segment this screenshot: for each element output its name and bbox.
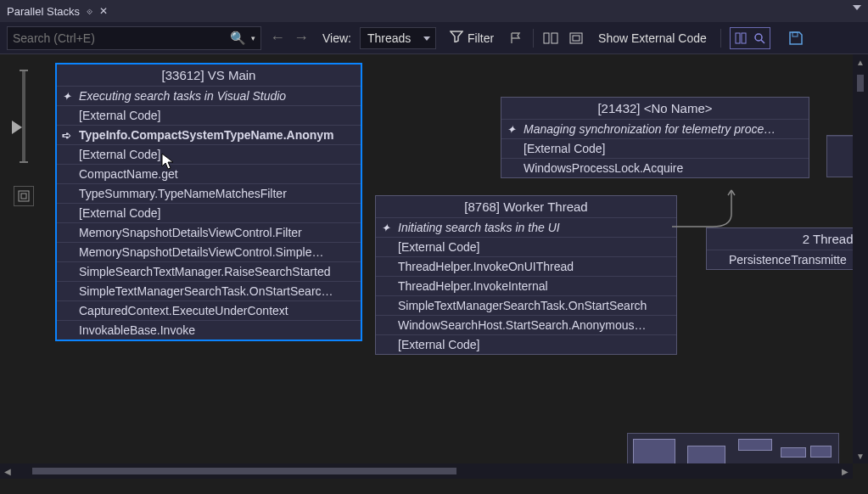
scroll-right-icon[interactable]: ▶ xyxy=(837,463,853,479)
stack-frame[interactable]: ✦Managing synchronization for telemetry … xyxy=(501,119,809,138)
autoexpand-icon[interactable] xyxy=(568,30,585,47)
stack-frame[interactable]: WindowSearchHost.StartSearch.Anonymous… xyxy=(376,315,676,334)
window-title: Parallel Stacks xyxy=(7,5,80,18)
stack-frame-text: WindowsProcessLock.Acquire xyxy=(524,161,683,175)
stack-frame[interactable]: ThreadHelper.InvokeOnUIThread xyxy=(376,256,676,276)
minimap-box xyxy=(810,446,832,458)
filter-label: Filter xyxy=(468,31,494,45)
stack-frame[interactable]: InvokableBase.Invoke xyxy=(57,320,361,340)
scroll-thumb[interactable] xyxy=(857,75,864,92)
stack-frame-text: WindowSearchHost.StartSearch.Anonymous… xyxy=(398,318,647,332)
svg-rect-4 xyxy=(736,33,740,43)
show-external-label: Show External Code xyxy=(598,31,707,45)
stack-mode-icon[interactable] xyxy=(732,30,749,47)
svg-rect-3 xyxy=(573,36,580,41)
scroll-track[interactable] xyxy=(15,467,837,475)
stack-frame-text: [External Code] xyxy=(79,109,161,122)
stack-frame[interactable]: ThreadHelper.InvokeInternal xyxy=(376,276,676,295)
toolbar: 🔍 ▾ ← → View: Threads Filter Show Extern… xyxy=(0,22,868,54)
show-external-button[interactable]: Show External Code xyxy=(593,29,712,48)
stack-frame[interactable]: MemorySnapshotDetailsViewControl.Simple… xyxy=(57,242,361,261)
vertical-scrollbar[interactable]: ▲ ▼ xyxy=(853,54,868,463)
stack-frame-text: InvokableBase.Invoke xyxy=(79,323,195,337)
stack-frame-text: CapturedContext.ExecuteUnderContext xyxy=(79,304,288,317)
zoom-slider[interactable] xyxy=(22,70,25,163)
stack-frame[interactable]: [External Code] xyxy=(376,237,676,256)
minimap-box xyxy=(781,447,806,458)
stack-frame-text: CompactName.get xyxy=(79,167,178,181)
svg-rect-1 xyxy=(552,33,557,43)
scroll-down-icon[interactable]: ▼ xyxy=(853,448,868,463)
svg-rect-2 xyxy=(570,33,582,43)
stack-frame-text: [External Code] xyxy=(398,338,480,351)
window-menu-icon[interactable] xyxy=(853,5,861,10)
stack-frame[interactable]: PersistenceTransmitte xyxy=(707,250,866,269)
horizontal-scrollbar[interactable]: ◀ ▶ xyxy=(0,463,853,479)
svg-rect-9 xyxy=(21,194,26,199)
stack-frame[interactable]: ✦Initiating search tasks in the UI xyxy=(376,217,676,237)
sparkle-icon: ✦ xyxy=(62,90,71,103)
scroll-up-icon[interactable]: ▲ xyxy=(853,54,868,70)
stack-frame[interactable]: SimpleSearchTextManager.RaiseSearchStart… xyxy=(57,261,361,281)
stack-frame[interactable]: SimpleTextManagerSearchTask.OnStartSearc… xyxy=(57,281,361,300)
stack-frame[interactable]: [External Code] xyxy=(57,105,361,125)
search-input[interactable] xyxy=(13,31,227,45)
stack-frame-text: MemorySnapshotDetailsViewControl.Filter xyxy=(79,226,302,239)
view-dropdown[interactable]: Threads xyxy=(360,27,436,49)
connector-line xyxy=(670,188,747,239)
view-label: View: xyxy=(322,31,351,45)
stack-panel-vs-main[interactable]: [33612] VS Main ✦Executing search tasks … xyxy=(55,63,362,341)
sparkle-icon: ✦ xyxy=(832,140,842,142)
stack-frame-text: TypeInfo.CompactSystemTypeName.Anonym xyxy=(79,128,334,142)
view-mode-group xyxy=(730,27,770,49)
search-mode-icon[interactable] xyxy=(751,30,768,47)
stack-frame[interactable]: CapturedContext.ExecuteUnderContext xyxy=(57,300,361,320)
minimap-box xyxy=(738,439,772,451)
stack-frame[interactable]: WindowsProcessLock.Acquire xyxy=(501,158,809,177)
svg-point-6 xyxy=(755,34,762,41)
zoom-fit-button[interactable] xyxy=(14,186,34,206)
scroll-track[interactable] xyxy=(856,70,865,448)
zoom-slider-thumb[interactable] xyxy=(12,121,22,134)
filter-button[interactable]: Filter xyxy=(445,28,499,48)
stack-frame-text: SimpleTextManagerSearchTask.OnStartSearc… xyxy=(79,284,333,298)
nav-forward-icon[interactable]: → xyxy=(294,29,309,47)
sparkle-icon: ✦ xyxy=(507,123,516,136)
stack-frame[interactable]: ➪TypeInfo.CompactSystemTypeName.Anonym xyxy=(57,125,361,144)
stack-frame-text: [External Code] xyxy=(79,206,161,220)
pin-icon[interactable]: ⟐ xyxy=(87,5,92,17)
stack-frame[interactable]: [External Code] xyxy=(501,138,809,158)
stack-frame[interactable]: ✦Executing search tasks in Visual Studio xyxy=(57,86,361,105)
scroll-thumb[interactable] xyxy=(32,468,456,474)
window-title-bar: Parallel Stacks ⟐ ✕ xyxy=(0,0,868,22)
stack-frame[interactable]: [External Code] xyxy=(57,144,361,164)
flag-icon[interactable] xyxy=(507,30,524,47)
close-icon[interactable]: ✕ xyxy=(99,5,108,17)
panel-title: [21432] <No Name> xyxy=(501,98,809,119)
stack-panel-no-name[interactable]: [21432] <No Name> ✦Managing synchronizat… xyxy=(501,97,809,178)
panel-title: [33612] VS Main xyxy=(57,65,361,86)
stack-frame-text: ThreadHelper.InvokeInternal xyxy=(398,279,548,293)
nav-back-icon[interactable]: ← xyxy=(270,29,285,47)
parallel-stacks-canvas[interactable]: [33612] VS Main ✦Executing search tasks … xyxy=(0,54,868,479)
search-box[interactable]: 🔍 ▾ xyxy=(7,26,261,50)
search-dropdown-icon[interactable]: ▾ xyxy=(249,34,255,42)
stack-frame[interactable]: [External Code] xyxy=(376,334,676,354)
stack-panel-worker[interactable]: [8768] Worker Thread ✦Initiating search … xyxy=(375,195,677,355)
stack-frame[interactable]: SimpleTextManagerSearchTask.OnStartSearc… xyxy=(376,295,676,315)
scroll-left-icon[interactable]: ◀ xyxy=(0,463,15,479)
save-icon[interactable] xyxy=(787,30,804,47)
toggle-view-icon[interactable] xyxy=(542,30,559,47)
stack-frame-text: TypeSummary.TypeNameMatchesFilter xyxy=(79,187,287,200)
stack-frame[interactable]: MemorySnapshotDetailsViewControl.Filter xyxy=(57,222,361,242)
stack-frame-text: PersistenceTransmitte xyxy=(729,253,847,267)
stack-frame[interactable]: CompactName.get xyxy=(57,164,361,183)
stack-frame-text: SimpleTextManagerSearchTask.OnStartSearc… xyxy=(398,299,647,312)
search-icon[interactable]: 🔍 xyxy=(227,31,249,46)
toolbar-separator-2 xyxy=(720,29,721,48)
stack-frame-text: MemorySnapshotDetailsViewControl.Simple… xyxy=(79,245,323,259)
stack-frame-text: Initiating search tasks in the UI xyxy=(398,221,560,234)
stack-frame[interactable]: TypeSummary.TypeNameMatchesFilter xyxy=(57,183,361,203)
stack-frame[interactable]: [External Code] xyxy=(57,203,361,222)
stack-frame-text: ThreadHelper.InvokeOnUIThread xyxy=(398,260,574,273)
